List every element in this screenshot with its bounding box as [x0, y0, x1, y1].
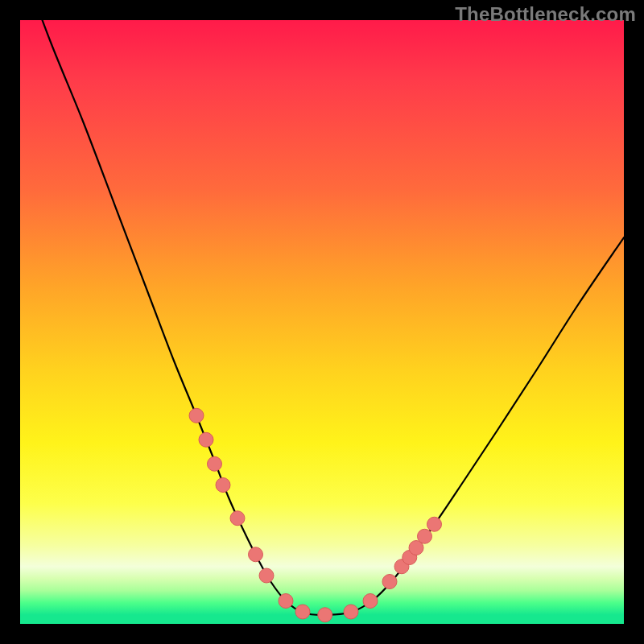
- data-point: [189, 408, 204, 423]
- data-point: [208, 456, 222, 471]
- data-point: [344, 605, 358, 619]
- gradient-background: [20, 20, 624, 624]
- data-point: [199, 432, 213, 447]
- plot-area: [20, 20, 624, 624]
- data-point: [418, 529, 432, 543]
- data-point: [318, 608, 332, 622]
- data-point: [230, 511, 245, 526]
- data-point: [279, 594, 293, 609]
- frame: TheBottleneck.com: [0, 0, 644, 644]
- data-point: [259, 568, 274, 583]
- data-point: [382, 575, 397, 589]
- data-point: [295, 605, 310, 619]
- chart-svg: [20, 20, 624, 624]
- data-point: [249, 547, 263, 562]
- watermark-text: TheBottleneck.com: [455, 3, 636, 26]
- data-point: [216, 478, 230, 493]
- data-point: [427, 517, 442, 531]
- data-point: [363, 594, 378, 609]
